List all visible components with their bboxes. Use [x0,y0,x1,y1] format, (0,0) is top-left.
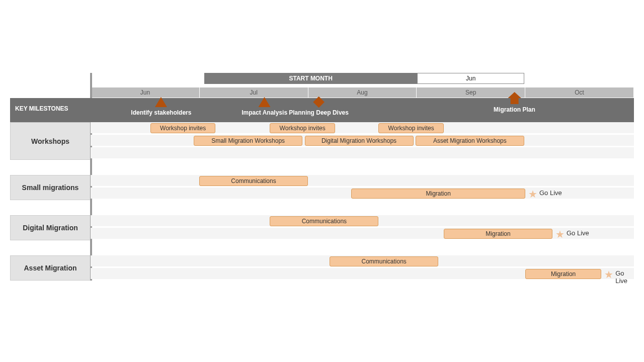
task-bar[interactable]: Migration [525,269,601,279]
month-header: Jun Jul Aug Sep Oct [91,87,634,98]
task-bar[interactable]: Workshop invites [270,123,335,133]
star-icon: ★ [528,188,537,200]
task-bar[interactable]: Digital Migration Workshops [305,136,414,146]
month-cell: Jun [91,87,199,98]
milestone: Impact Analysis [242,97,287,116]
arrow-icon [510,97,518,104]
diamond-icon [313,97,325,108]
task-bar[interactable]: Communications [270,216,378,226]
golive-label: Go Live [539,189,562,197]
month-cell: Jul [199,87,308,98]
task-bar[interactable]: Asset Migration Workshops [416,136,524,146]
gantt-chart: START MONTH Jun Jun Jul Aug Sep Oct KEY … [10,73,634,281]
milestone: Identify stakeholders [131,97,191,116]
track-row: Migration★Go Live [91,228,634,239]
start-month-value[interactable]: Jun [417,73,524,84]
triangle-icon [155,97,167,107]
track-row [91,147,634,158]
milestone: Planning Deep Dives [289,97,349,116]
section-label: Workshops [10,122,91,160]
task-bar[interactable]: Workshop invites [378,123,444,133]
track-row: Migration★Go Live [91,188,634,199]
triangle-icon [259,97,271,107]
task-bar[interactable]: Migration [351,189,525,199]
milestone: Migration Plan [494,97,535,113]
task-bar[interactable]: Communications [330,256,438,266]
milestone-label: Impact Analysis [242,109,287,116]
month-cell: Oct [525,87,633,98]
key-milestones-label: KEY MILESTONES [10,98,91,122]
task-bar[interactable]: Workshop invites [150,123,216,133]
task-bar[interactable]: Migration [444,229,552,239]
task-bar[interactable]: Small Migration Workshops [194,136,302,146]
task-bar[interactable]: Communications [199,176,308,186]
start-month-control: START MONTH Jun [204,73,524,84]
track-row: Communications [91,215,634,226]
month-cell: Aug [308,87,417,98]
milestone-label: Planning Deep Dives [289,109,349,116]
track-row: Small Migration WorkshopsDigital Migrati… [91,135,634,146]
star-icon: ★ [604,268,613,281]
section-label: Digital Migration [10,215,91,240]
golive-label: Go Live [615,269,634,285]
milestones-area: Identify stakeholdersImpact AnalysisPlan… [91,98,634,122]
track-row: Workshop invitesWorkshop invitesWorkshop… [91,122,634,133]
track-row: Communications [91,175,634,186]
track-row: Migration★Go Live [91,268,634,279]
milestone-label: Migration Plan [494,106,535,113]
section-label: Small migrations [10,175,91,200]
track-row: Communications [91,255,634,266]
start-month-label: START MONTH [204,73,417,84]
golive-label: Go Live [567,229,589,237]
section-label: Asset Migration [10,255,91,281]
milestone-label: Identify stakeholders [131,109,191,116]
star-icon: ★ [555,228,565,240]
